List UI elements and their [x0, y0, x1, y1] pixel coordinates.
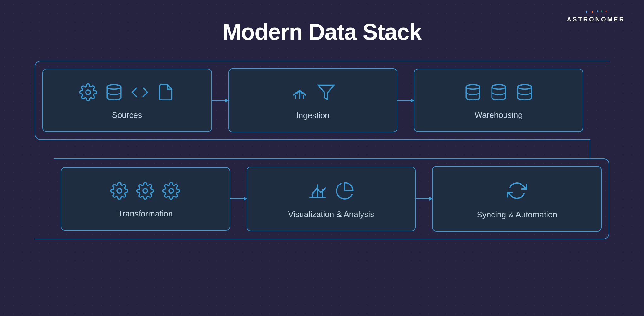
svg-point-6	[466, 85, 480, 89]
syncing-icons	[507, 180, 527, 201]
warehousing-card: Warehousing	[414, 69, 583, 132]
star-orange-small: ✦	[605, 9, 607, 15]
filter-icon	[317, 83, 336, 102]
svg-point-7	[492, 85, 506, 89]
sources-label: Sources	[112, 110, 142, 120]
gear-icon-t1	[110, 182, 128, 200]
syncing-card: Syncing & Automation	[432, 166, 602, 232]
svg-point-8	[518, 85, 532, 89]
database-icon-w2	[490, 83, 508, 101]
database-icon-w1	[464, 83, 482, 101]
svg-marker-5	[318, 85, 334, 100]
right-connector-area	[590, 61, 609, 140]
ingestion-label: Ingestion	[296, 111, 330, 120]
connector-2	[397, 100, 414, 101]
gear-icon-t3	[162, 182, 180, 200]
arrow-fork-icon	[290, 83, 309, 102]
connector-3	[230, 198, 247, 199]
svg-point-9	[117, 188, 122, 193]
transformation-card: Transformation	[61, 167, 230, 231]
svg-point-1	[107, 85, 121, 89]
bracket-bottom-left	[35, 239, 54, 239]
page-title: Modern Data Stack	[0, 0, 644, 61]
sources-card: Sources	[42, 69, 212, 132]
svg-point-11	[169, 188, 174, 193]
astronomer-logo: ✦ ✦ ✦ ✦ ✦ ASTRONOMER	[567, 9, 625, 23]
svg-point-10	[143, 188, 148, 193]
code-icon	[131, 83, 149, 101]
warehousing-label: Warehousing	[475, 110, 523, 120]
chart-icon	[308, 181, 327, 201]
syncing-label: Syncing & Automation	[477, 210, 557, 220]
document-icon	[157, 83, 175, 101]
gear-icon-1	[79, 83, 97, 101]
connector-4	[416, 198, 432, 199]
visualization-label: Visualization & Analysis	[288, 210, 374, 219]
connector-1	[212, 100, 228, 101]
pie-icon	[335, 181, 355, 201]
star-orange: ✦	[590, 9, 594, 15]
sources-icons	[79, 83, 175, 101]
transformation-label: Transformation	[118, 209, 173, 219]
star-blue: ✦	[585, 9, 588, 15]
visualization-card: Visualization & Analysis	[247, 167, 416, 231]
sync-icon	[507, 180, 527, 201]
star-blue-small: ✦	[596, 9, 599, 15]
svg-point-0	[86, 90, 91, 95]
ingestion-card: Ingestion	[228, 68, 398, 132]
astronomer-text: ASTRONOMER	[567, 16, 625, 23]
ingestion-icons	[290, 83, 336, 102]
visualization-icons	[308, 181, 355, 201]
left-connector-area	[35, 158, 54, 239]
warehousing-icons	[464, 83, 534, 101]
database-icon-w3	[516, 83, 534, 101]
transformation-icons	[110, 182, 180, 200]
vertical-connector	[590, 140, 590, 158]
bracket-top-right	[590, 61, 609, 61]
vertical-connector-wrapper	[35, 140, 609, 158]
gear-icon-t2	[136, 182, 154, 200]
logo-stars: ✦ ✦ ✦ ✦ ✦	[585, 9, 607, 15]
database-icon-1	[105, 83, 123, 101]
star-green: ✦	[600, 9, 603, 15]
